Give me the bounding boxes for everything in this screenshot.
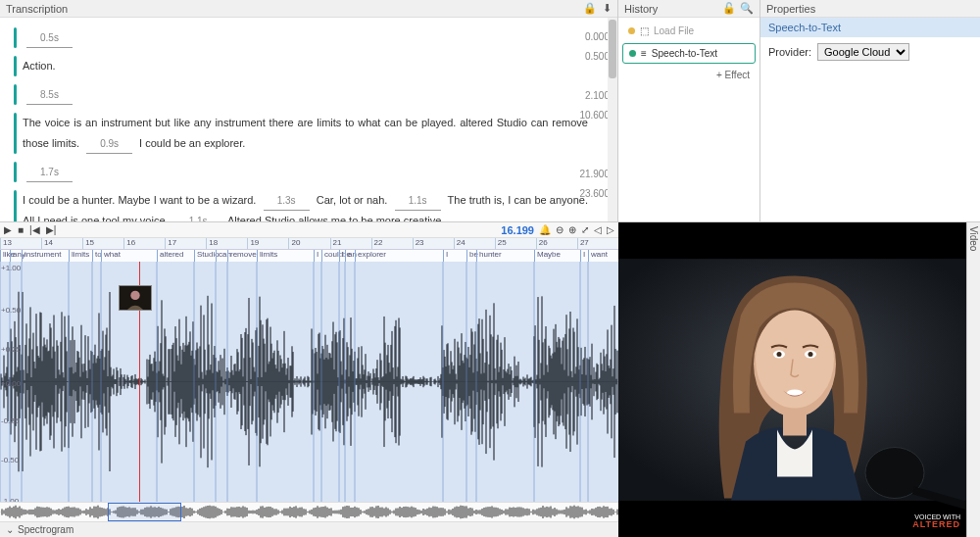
video-frame[interactable]: VOICED WITH ALTERED [618,222,966,537]
status-dot [629,50,636,57]
waveform[interactable]: +1.00+0.50+0.25+0.00-0.25-0.50-1.00 [0,262,618,502]
waveform-editor: ▶ ■ |◀ ▶| 16.199 🔔 ⊖ ⊕ ⤢ ◁ ▷ 13141516171… [0,222,618,537]
minimap[interactable] [0,502,618,521]
history-item-label: Speech-to-Text [652,48,717,59]
lock-icon[interactable]: 🔒 [583,2,597,15]
status-dot [628,27,635,34]
chevron-down-icon: ⌄ [6,524,14,535]
provider-label: Provider: [768,46,811,58]
add-effect-button[interactable]: + Effect [622,67,756,83]
nav-right-icon[interactable]: ▷ [607,224,614,235]
transcription-title: Transcription [6,3,68,15]
time-column: 0.000 0.500 2.100 10.600 21.900 23.600 [579,27,610,204]
pause-marker: 0.9s [86,134,132,154]
properties-title: Properties [766,3,815,15]
pause-marker: 1.1s [175,212,221,221]
spectrogram-toggle[interactable]: ⌄ Spectrogram [0,521,618,537]
pause-marker: 1.1s [395,191,441,211]
time-ruler[interactable]: 131415161718192021222324252627 [0,238,618,250]
lock-icon[interactable]: 🔓 [722,2,736,15]
segment-text[interactable]: I could be an explorer. [139,137,245,149]
pause-marker: 1.7s [26,163,73,182]
video-panel-header[interactable]: Video [966,222,980,537]
zoom-fit-icon[interactable]: ⤢ [581,224,589,235]
watermark: VOICED WITH ALTERED [912,513,960,529]
provider-select[interactable]: Google Cloud [817,43,909,61]
skip-back-icon[interactable]: |◀ [29,224,40,235]
properties-subtitle: Speech-to-Text [760,18,980,37]
download-icon[interactable]: ⬇ [603,2,612,15]
history-panel: History 🔓 🔍 ⬚ Load File ≡ Speech-to-Text [618,0,760,221]
segment-text[interactable]: Action. [23,56,588,76]
search-icon[interactable]: 🔍 [740,2,754,15]
spectrogram-label: Spectrogram [18,524,74,535]
svg-point-34 [808,352,813,357]
zoom-in-icon[interactable]: ⊕ [568,224,576,235]
pause-marker: 8.5s [26,85,73,105]
video-panel: Video [618,222,980,537]
skip-fwd-icon[interactable]: ▶| [46,224,57,235]
zoom-out-icon[interactable]: ⊖ [556,224,564,235]
effect-icon: ⬚ [640,25,649,36]
play-icon[interactable]: ▶ [4,224,12,235]
minimap-selection[interactable] [108,503,181,521]
history-title: History [624,3,658,15]
properties-panel: Properties Speech-to-Text Provider: Goog… [760,0,980,221]
svg-rect-36 [783,411,807,436]
word-labels[interactable]: likeanyinstrumentlimitstowhatalteredStud… [0,250,618,262]
effect-icon: ≡ [641,48,647,59]
segment-text[interactable]: I could be a hunter. Maybe I want to be … [23,194,256,206]
thumbnail-preview [119,285,152,311]
y-axis: +1.00+0.50+0.25+0.00-0.25-0.50-1.00 [1,262,28,502]
pause-marker: 0.5s [26,28,73,48]
editor-toolbar: ▶ ■ |◀ ▶| 16.199 🔔 ⊖ ⊕ ⤢ ◁ ▷ [0,222,618,238]
transcription-panel: Transcription 🔒 ⬇ 0.5s Action. 8.5s The … [0,0,618,221]
segment-text[interactable]: Car, lot or nah. [317,194,388,206]
scrollbar[interactable] [608,18,617,221]
transcription-body[interactable]: 0.5s Action. 8.5s The voice is an instru… [0,18,617,221]
history-item-label: Load File [654,25,694,36]
stop-icon[interactable]: ■ [18,224,24,235]
history-item-load-file[interactable]: ⬚ Load File [622,22,756,40]
history-item-speech-to-text[interactable]: ≡ Speech-to-Text [622,43,756,64]
segment-text[interactable]: Altered Studio allows me to be more crea… [227,215,444,221]
svg-point-32 [777,352,782,357]
bell-icon[interactable]: 🔔 [539,224,551,235]
svg-point-1 [130,291,139,300]
svg-point-35 [787,390,803,396]
pause-marker: 1.3s [264,191,310,211]
nav-left-icon[interactable]: ◁ [594,224,602,235]
timecode: 16.199 [501,224,534,236]
